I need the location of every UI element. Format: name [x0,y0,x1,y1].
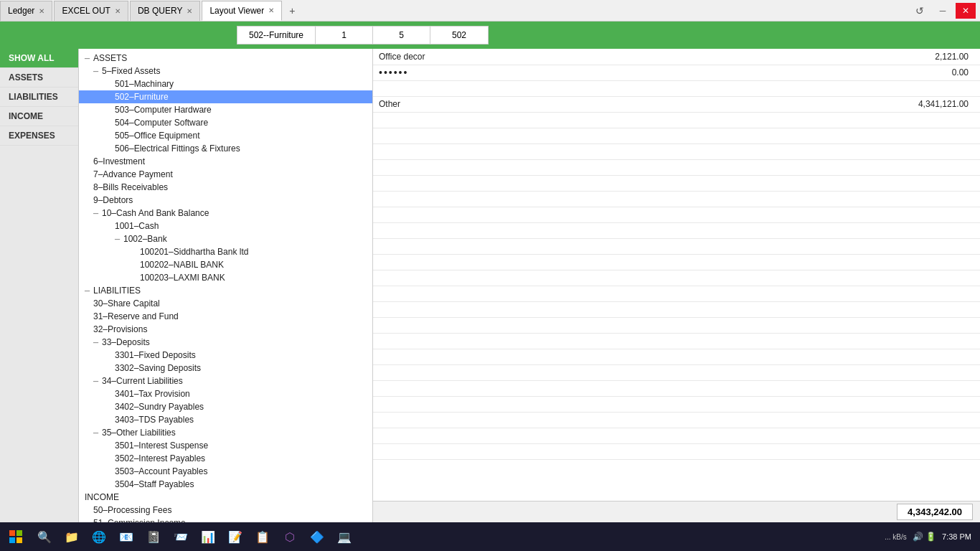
total-amount-display: 4,343,242.00 [897,504,973,520]
tree-label-cash: 1001–Cash [115,221,159,231]
title-bar-controls: ↺ ─ ✕ [910,3,980,19]
tree-item-share-capital[interactable]: 30–Share Capital [79,297,372,310]
tree-label-other-liabilities: 35–Other Liabilities [102,428,176,438]
tree-item-office-equipment[interactable]: 505–Office Equipment [79,129,372,142]
tree-item-income[interactable]: INCOME [79,491,372,504]
sidebar-item-expenses[interactable]: EXPENSES [0,126,78,146]
tree-item-fixed-deposits[interactable]: 3301–Fixed Deposits [79,349,372,362]
tree-label-bank: 1002–Bank [123,234,167,244]
tree-item-processing-fees[interactable]: 50–Processing Fees [79,504,372,517]
tree-label-siddhartha: 100201–Siddhartha Bank ltd [140,247,248,257]
content-panel[interactable]: Office decor 2,121.00 •••••• 0.00 Other … [373,49,980,501]
table-row-empty [373,349,980,364]
tree-item-tax-provision[interactable]: 3401–Tax Provision [79,387,372,400]
refresh-button[interactable]: ↺ [910,3,930,19]
taskbar-mail[interactable]: 📧 [113,524,139,550]
close-button[interactable]: ✕ [956,3,976,19]
tab-ledger[interactable]: Ledger ✕ [0,1,52,21]
account-name-cell: 502--Furniture [237,27,316,44]
tree-item-furniture[interactable]: 502–Furniture [79,90,372,103]
table-row-empty [373,222,980,238]
tree-item-cash[interactable]: 1001–Cash [79,220,372,232]
content-area: Office decor 2,121.00 •••••• 0.00 Other … [373,49,980,522]
tree-item-advance-payment[interactable]: 7–Advance Payment [79,168,372,181]
tab-excel-close[interactable]: ✕ [115,7,121,15]
row-amount: 0.00 [653,65,980,80]
tree-item-debtors[interactable]: 9–Debtors [79,194,372,207]
tree-item-saving-deposits[interactable]: 3302–Saving Deposits [79,362,372,375]
taskbar-search[interactable]: 🔍 [32,524,57,550]
tree-item-cash-bank[interactable]: ─ 10–Cash And Bank Balance [79,207,372,220]
start-button[interactable] [3,524,29,550]
sidebar-item-assets[interactable]: ASSETS [0,68,78,88]
svg-rect-2 [9,537,15,543]
taskbar-app2[interactable]: 💻 [331,524,357,550]
tree-item-bank[interactable]: ─ 1002–Bank [79,232,372,245]
taskbar-ppt[interactable]: 📊 [195,524,221,550]
table-row-empty [373,128,980,143]
tree-item-reserve-fund[interactable]: 31–Reserve and Fund [79,310,372,323]
taskbar: 🔍 📁 🌐 📧 📓 📨 📊 📝 📋 ⬡ 🔷 💻 ... kB/s 🔊 🔋 7:3… [0,522,980,551]
tree-item-account-payables[interactable]: 3503–Account Payables [79,465,372,478]
tree-item-electrical-fittings[interactable]: 506–Electrical Fittings & Fixtures [79,142,372,155]
taskbar-apps: 🔍 📁 🌐 📧 📓 📨 📊 📝 📋 ⬡ 🔷 💻 [32,524,357,550]
table-row-empty [373,80,980,96]
tree-item-commission-income[interactable]: 51–Commission Income [79,517,372,522]
tree-item-nabil[interactable]: 100202–NABIL BANK [79,258,372,271]
tab-add-button[interactable]: + [283,2,301,19]
tab-excel[interactable]: EXCEL OUT ✕ [54,1,128,21]
tree-label-computer-hardware: 503–Computer Hardware [115,105,212,115]
table-row-empty [373,270,980,286]
table-row-empty [373,254,980,270]
tree-item-staff-payables[interactable]: 3504–Staff Payables [79,478,372,491]
taskbar-app1[interactable]: 🔷 [304,524,330,550]
table-row-empty [373,143,980,159]
tab-layout-viewer-close[interactable]: ✕ [268,6,274,14]
tree-item-deposits[interactable]: ─ 33–Deposits [79,336,372,349]
sidebar-item-liabilities[interactable]: LIABILITIES [0,88,78,107]
toolbar-val2: 5 [399,30,404,40]
tab-dbquery-close[interactable]: ✕ [187,7,192,15]
expand-icon-cash-bank: ─ [93,209,102,217]
minimize-button[interactable]: ─ [933,3,953,19]
tree-item-other-liabilities[interactable]: ─ 35–Other Liabilities [79,426,372,439]
tree-label-staff-payables: 3504–Staff Payables [115,479,194,489]
taskbar-files[interactable]: 📁 [59,524,85,550]
tree-item-liabilities[interactable]: ─ LIABILITIES [79,284,372,297]
taskbar-onenote[interactable]: 📓 [141,524,166,550]
tree-item-siddhartha[interactable]: 100201–Siddhartha Bank ltd [79,245,372,258]
table-row: •••••• 0.00 [373,65,980,80]
tree-item-sundry-payables[interactable]: 3402–Sundry Payables [79,400,372,413]
tree-item-laxmi[interactable]: 100203–LAXMI BANK [79,271,372,284]
tree-label-account-payables: 3503–Account Payables [115,466,207,476]
tree-panel[interactable]: ─ ASSETS ─ 5–Fixed Assets 501–Machinary … [79,49,373,522]
tree-item-tds-payables[interactable]: 3403–TDS Payables [79,413,372,426]
taskbar-outlook[interactable]: 📨 [168,524,194,550]
tree-item-current-liabilities[interactable]: ─ 34–Current Liabilities [79,375,372,387]
toolbar-col1: 1 [316,27,373,44]
tree-item-interest-suspense[interactable]: 3501–Interest Suspense [79,439,372,452]
taskbar-vs[interactable]: ⬡ [277,524,303,550]
tree-item-machinary[interactable]: 501–Machinary [79,77,372,90]
tree-item-computer-software[interactable]: 504–Computer Software [79,116,372,129]
taskbar-word[interactable]: 📝 [222,524,248,550]
tree-item-investment[interactable]: 6–Investment [79,155,372,168]
sidebar-item-income[interactable]: INCOME [0,107,78,126]
taskbar-excel-app[interactable]: 📋 [250,524,275,550]
tree-item-assets[interactable]: ─ ASSETS [79,52,372,65]
taskbar-browser[interactable]: 🌐 [86,524,112,550]
title-bar: Ledger ✕ EXCEL OUT ✕ DB QUERY ✕ Layout V… [0,0,980,22]
tree-item-provisions[interactable]: 32–Provisions [79,323,372,336]
tab-dbquery[interactable]: DB QUERY ✕ [130,1,200,21]
tree-label-cash-bank: 10–Cash And Bank Balance [102,208,209,218]
tree-item-bills-receivables[interactable]: 8–Bills Receivables [79,181,372,194]
tree-item-fixed-assets[interactable]: ─ 5–Fixed Assets [79,65,372,77]
sidebar-item-show-all[interactable]: SHOW ALL [0,49,78,68]
tree-item-interest-payables[interactable]: 3502–Interest Payables [79,452,372,465]
tab-ledger-close[interactable]: ✕ [39,7,44,15]
table-row: Office decor 2,121.00 [373,49,980,65]
tab-layout-viewer[interactable]: Layout Viewer ✕ [202,1,282,21]
sidebar-label-liabilities: LIABILITIES [9,92,58,102]
table-row-empty [373,317,980,333]
tree-item-computer-hardware[interactable]: 503–Computer Hardware [79,103,372,116]
